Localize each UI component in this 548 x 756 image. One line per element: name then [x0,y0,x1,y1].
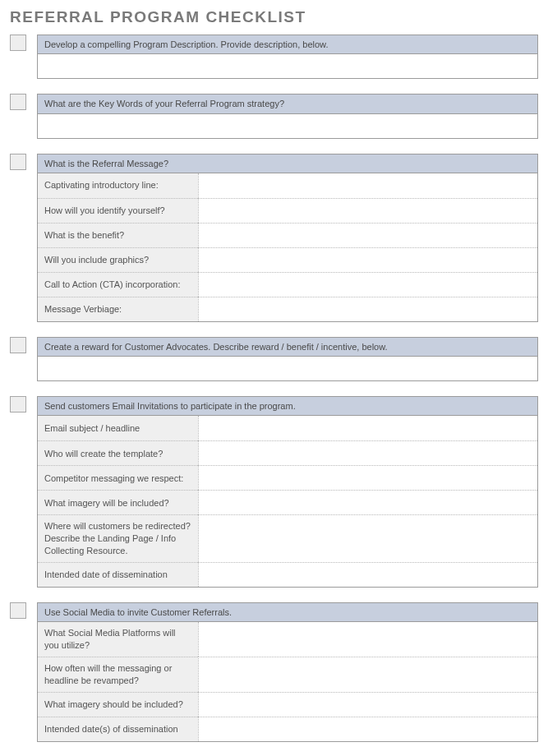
row-input-area[interactable] [198,692,537,717]
blank-input-area[interactable] [37,114,538,139]
sub-table: What Social Media Platforms will you uti… [37,622,538,741]
row-label: Intended date of dissemination [38,562,198,587]
row-label: Where will customers be redirected? Desc… [38,514,198,562]
row-label: What Social Media Platforms will you uti… [38,622,198,657]
section-checkbox[interactable] [10,154,26,170]
table-row: Call to Action (CTA) incorporation: [38,272,537,297]
blank-input-area[interactable] [37,54,538,79]
table-row: Message Verbiage: [38,297,537,321]
table-row: What imagery should be included? [38,692,537,717]
row-label: Competitor messaging we respect: [38,465,198,490]
row-input-area[interactable] [198,717,537,741]
checklist-section: Send customers Email Invitations to part… [10,396,538,588]
section-header: Send customers Email Invitations to part… [37,396,538,416]
row-input-area[interactable] [198,622,537,657]
table-row: Intended date of dissemination [38,562,537,587]
section-body: What is the Referral Message?Captivating… [37,154,538,322]
row-input-area[interactable] [198,657,537,692]
row-input-area[interactable] [198,440,537,465]
table-row: What Social Media Platforms will you uti… [38,622,537,657]
section-checkbox[interactable] [10,602,26,619]
section-header: What are the Key Words of your Referral … [37,94,538,113]
row-input-area[interactable] [198,272,537,297]
table-row: Captivating introductory line: [38,173,537,198]
section-body: Send customers Email Invitations to part… [37,396,538,588]
row-label: Call to Action (CTA) incorporation: [38,272,198,297]
checklist-section: Use Social Media to invite Customer Refe… [10,602,538,742]
sub-table: Email subject / headlineWho will create … [37,416,538,588]
table-row: Intended date(s) of dissemination [38,717,537,741]
section-checkbox[interactable] [10,396,26,413]
table-row: Where will customers be redirected? Desc… [38,514,537,562]
section-header: Develop a compelling Program Description… [37,35,538,54]
row-label: Who will create the template? [38,440,198,465]
page-title: REFERRAL PROGRAM CHECKLIST [10,8,538,26]
row-input-area[interactable] [198,247,537,272]
table-row: What is the benefit? [38,223,537,247]
table-row: Competitor messaging we respect: [38,465,537,490]
table-row: Who will create the template? [38,440,537,465]
checklist-section: What is the Referral Message?Captivating… [10,154,538,322]
section-checkbox[interactable] [10,94,26,110]
row-label: How often will the messaging or headline… [38,657,198,692]
row-label: What imagery will be included? [38,490,198,514]
table-row: How will you identify yourself? [38,198,537,223]
section-checkbox[interactable] [10,35,26,51]
section-body: What are the Key Words of your Referral … [37,94,538,138]
row-label: Email subject / headline [38,416,198,440]
checklist-section: Develop a compelling Program Description… [10,35,538,79]
blank-input-area[interactable] [37,357,538,381]
table-row: Email subject / headline [38,416,537,440]
row-label: Will you include graphics? [38,247,198,272]
section-body: Use Social Media to invite Customer Refe… [37,602,538,742]
section-checkbox[interactable] [10,337,26,353]
table-row: What imagery will be included? [38,490,537,514]
row-label: Message Verbiage: [38,297,198,321]
section-header: Use Social Media to invite Customer Refe… [37,602,538,622]
section-header: What is the Referral Message? [37,154,538,173]
table-row: Will you include graphics? [38,247,537,272]
section-body: Develop a compelling Program Description… [37,35,538,79]
row-label: Intended date(s) of dissemination [38,717,198,741]
row-input-area[interactable] [198,198,537,223]
checklist-section: Create a reward for Customer Advocates. … [10,337,538,381]
row-input-area[interactable] [198,416,537,440]
row-input-area[interactable] [198,223,537,247]
row-input-area[interactable] [198,562,537,587]
row-input-area[interactable] [198,465,537,490]
row-input-area[interactable] [198,514,537,562]
row-input-area[interactable] [198,490,537,514]
row-input-area[interactable] [198,297,537,321]
row-label: How will you identify yourself? [38,198,198,223]
section-header: Create a reward for Customer Advocates. … [37,337,538,357]
row-label: What is the benefit? [38,223,198,247]
sub-table: Captivating introductory line:How will y… [37,173,538,322]
checklist-section: What are the Key Words of your Referral … [10,94,538,138]
table-row: How often will the messaging or headline… [38,657,537,692]
section-body: Create a reward for Customer Advocates. … [37,337,538,381]
row-input-area[interactable] [198,173,537,198]
row-label: Captivating introductory line: [38,173,198,198]
row-label: What imagery should be included? [38,692,198,717]
